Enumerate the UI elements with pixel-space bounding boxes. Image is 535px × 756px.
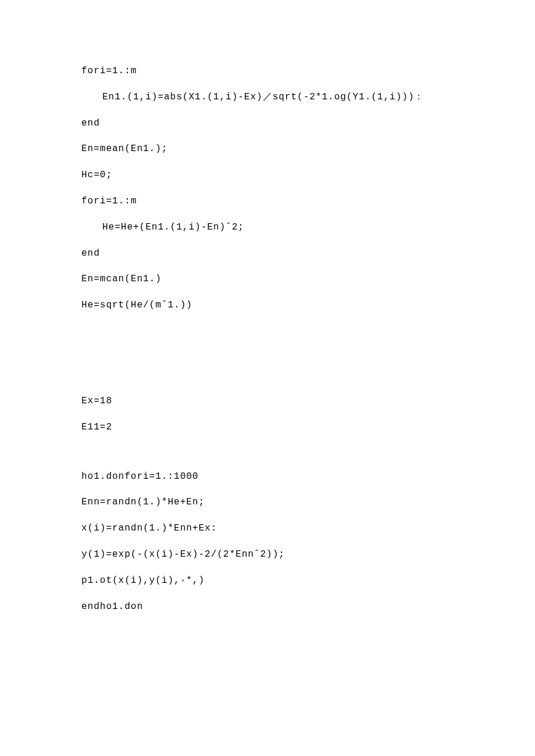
code-line: En=mean(En1.);: [81, 136, 454, 162]
code-line: En1.(1,i)=abs(X1.(1,i)-Ex)／sqrt(-2*1.og(…: [81, 84, 454, 110]
code-line: y(1)=exp(-(x(i)-Ex)-2/(2*Ennˆ2));: [81, 542, 454, 568]
spacer: [81, 440, 454, 464]
code-line: He=sqrt(He/(mˆ1.)): [81, 292, 454, 318]
spacer: [81, 318, 454, 388]
code-line: He=He+(En1.(1,i)-En)ˆ2;: [81, 214, 454, 241]
code-line: Hc=0;: [81, 162, 454, 188]
code-line: E11=2: [81, 414, 454, 440]
code-line: endho1.don: [81, 594, 454, 620]
code-line: p1.ot(x(i),y(i),·*,): [81, 568, 454, 594]
code-line: Enn=randn(1.)*He+En;: [81, 489, 454, 515]
code-line: Ex=18: [81, 388, 454, 414]
code-line: ho1.donfori=1.:1000: [81, 464, 454, 490]
code-line: x(i)=randn(1.)*Enn+Ex:: [81, 515, 454, 542]
code-line: end: [81, 241, 454, 267]
code-line: fori=1.:m: [81, 58, 454, 84]
code-line: En=mcan(En1.): [81, 266, 454, 292]
code-document: fori=1.:m En1.(1,i)=abs(X1.(1,i)-Ex)／sqr…: [0, 0, 535, 654]
code-line: fori=1.:m: [81, 188, 454, 214]
code-line: end: [81, 110, 454, 137]
